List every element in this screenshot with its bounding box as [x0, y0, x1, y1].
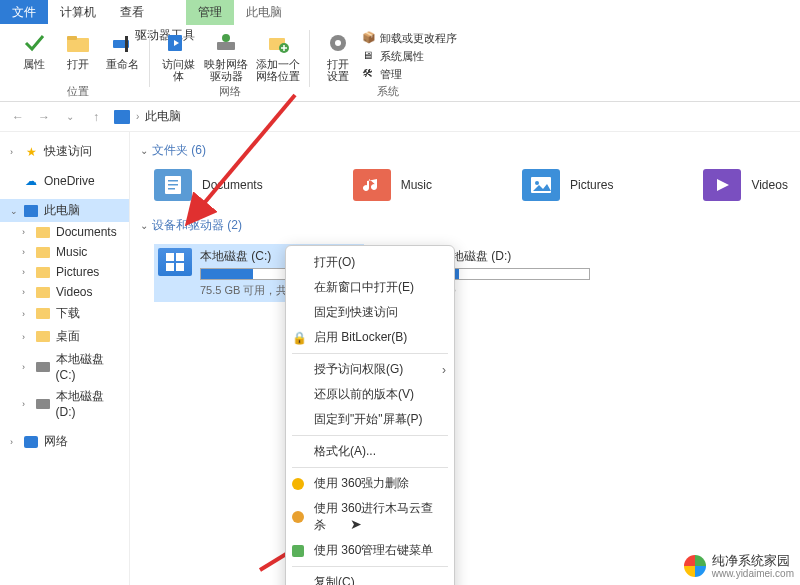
- address-path[interactable]: › 此电脑: [114, 108, 181, 125]
- cm-pin-start[interactable]: 固定到"开始"屏幕(P): [286, 407, 454, 432]
- cm-open[interactable]: 打开(O): [286, 250, 454, 275]
- pc-icon: [114, 110, 130, 124]
- nav-forward-icon[interactable]: →: [36, 109, 52, 125]
- ribbon-map-drive[interactable]: 映射网络 驱动器: [202, 26, 250, 82]
- ribbon-uninstall[interactable]: 📦卸载或更改程序: [362, 30, 457, 46]
- windows-drive-icon: [158, 248, 192, 276]
- svg-point-11: [335, 40, 341, 46]
- sidebar-videos[interactable]: ›Videos: [0, 282, 129, 302]
- cm-pin-quick[interactable]: 固定到快速访问: [286, 300, 454, 325]
- tab-computer[interactable]: 计算机: [48, 0, 108, 24]
- svg-rect-22: [176, 263, 184, 271]
- ribbon-group-location: 属性 打开 重命名 位置: [6, 26, 150, 101]
- context-menu: 打开(O) 在新窗口中打开(E) 固定到快速访问 🔒启用 BitLocker(B…: [285, 245, 455, 585]
- folder-pictures[interactable]: Pictures: [522, 169, 613, 201]
- cloud-icon: ☁: [24, 174, 38, 188]
- nav-back-icon[interactable]: ←: [10, 109, 26, 125]
- ribbon-open[interactable]: 打开: [58, 26, 98, 70]
- separator: [292, 467, 448, 468]
- pictures-icon: [522, 169, 560, 201]
- ribbon-manage[interactable]: 🛠管理: [362, 66, 457, 82]
- sidebar-music[interactable]: ›Music: [0, 242, 129, 262]
- cm-bitlocker[interactable]: 🔒启用 BitLocker(B): [286, 325, 454, 350]
- ribbon-group-label: 网络: [219, 84, 241, 101]
- ribbon-group-label: 位置: [67, 84, 89, 101]
- drive-free-text: GB: [440, 283, 590, 295]
- sidebar-downloads[interactable]: ›下载: [0, 302, 129, 325]
- cm-open-new-window[interactable]: 在新窗口中打开(E): [286, 275, 454, 300]
- svg-rect-19: [166, 253, 174, 261]
- cm-360-scan[interactable]: 使用 360进行木马云查杀: [286, 496, 454, 538]
- map-drive-icon: [213, 30, 239, 56]
- separator: [292, 435, 448, 436]
- 360-icon: [292, 511, 304, 523]
- sidebar-pictures[interactable]: ›Pictures: [0, 262, 129, 282]
- ribbon-rename[interactable]: 重命名: [102, 26, 142, 70]
- settings-icon: [325, 30, 351, 56]
- navbar: ← → ⌄ ↑ › 此电脑: [0, 102, 800, 132]
- tab-context-label: 此电脑: [234, 0, 294, 24]
- content-pane: 文件夹 (6) Documents Music Pictures Videos …: [130, 132, 800, 585]
- 360-icon: [292, 478, 304, 490]
- svg-rect-3: [125, 36, 128, 52]
- folder-documents[interactable]: Documents: [154, 169, 263, 201]
- path-segment[interactable]: 此电脑: [145, 108, 181, 125]
- folder-icon: [36, 225, 50, 239]
- folder-icon: [36, 265, 50, 279]
- media-icon: [165, 30, 191, 56]
- tab-file[interactable]: 文件: [0, 0, 48, 24]
- folder-open-icon: [65, 30, 91, 56]
- svg-rect-20: [176, 253, 184, 261]
- section-folders[interactable]: 文件夹 (6): [140, 142, 790, 159]
- nav-recent-icon[interactable]: ⌄: [62, 109, 78, 125]
- folder-music[interactable]: Music: [353, 169, 432, 201]
- svg-rect-0: [67, 38, 89, 52]
- documents-icon: [154, 169, 192, 201]
- cm-grant-access[interactable]: 授予访问权限(G): [286, 357, 454, 382]
- ribbon-open-settings[interactable]: 打开 设置: [318, 26, 358, 82]
- folder-icon: [36, 245, 50, 259]
- svg-rect-14: [168, 184, 178, 186]
- watermark-url: www.yidaimei.com: [712, 568, 794, 579]
- drive-usage-bar: [440, 268, 590, 280]
- sidebar-this-pc[interactable]: ⌄此电脑: [0, 199, 129, 222]
- separator: [292, 353, 448, 354]
- ribbon-tabs: 文件 计算机 查看 管理 此电脑: [0, 0, 800, 24]
- svg-point-7: [222, 34, 230, 42]
- uninstall-icon: 📦: [362, 31, 376, 45]
- sidebar-network[interactable]: ›网络: [0, 430, 129, 453]
- sidebar-local-d[interactable]: ›本地磁盘 (D:): [0, 385, 129, 422]
- sidebar-local-c[interactable]: ›本地磁盘 (C:): [0, 348, 129, 385]
- ribbon-properties[interactable]: 属性: [14, 26, 54, 70]
- manage-icon: 🛠: [362, 67, 376, 81]
- ribbon-group-label: 系统: [377, 84, 399, 101]
- star-icon: ★: [24, 145, 38, 159]
- cm-360-menu[interactable]: 使用 360管理右键菜单: [286, 538, 454, 563]
- cm-360-delete[interactable]: 使用 360强力删除: [286, 471, 454, 496]
- nav-up-icon[interactable]: ↑: [88, 109, 104, 125]
- drive-icon: [36, 397, 50, 411]
- watermark-title: 纯净系统家园: [712, 554, 794, 568]
- tab-view[interactable]: 查看: [108, 0, 156, 24]
- ribbon: 属性 打开 重命名 位置 访问媒体 映射网络 驱动器: [0, 24, 800, 102]
- svg-rect-15: [168, 188, 175, 190]
- sidebar-onedrive[interactable]: ☁OneDrive: [0, 171, 129, 191]
- watermark-logo-icon: [684, 555, 706, 577]
- folder-videos[interactable]: Videos: [703, 169, 787, 201]
- cm-restore[interactable]: 还原以前的版本(V): [286, 382, 454, 407]
- sidebar-desktop[interactable]: ›桌面: [0, 325, 129, 348]
- music-icon: [353, 169, 391, 201]
- folder-icon: [36, 330, 50, 344]
- section-devices[interactable]: 设备和驱动器 (2): [140, 217, 790, 234]
- sidebar-documents[interactable]: ›Documents: [0, 222, 129, 242]
- ribbon-add-location[interactable]: 添加一个 网络位置: [254, 26, 302, 82]
- add-location-icon: [265, 30, 291, 56]
- ribbon-sysprops[interactable]: 🖥系统属性: [362, 48, 457, 64]
- tab-manage[interactable]: 管理: [186, 0, 234, 25]
- sidebar-quick-access[interactable]: ›★快速访问: [0, 140, 129, 163]
- rename-icon: [109, 30, 135, 56]
- ribbon-media[interactable]: 访问媒体: [158, 26, 198, 82]
- cm-format[interactable]: 格式化(A)...: [286, 439, 454, 464]
- cm-copy[interactable]: 复制(C): [286, 570, 454, 585]
- bitlocker-icon: 🔒: [292, 331, 306, 345]
